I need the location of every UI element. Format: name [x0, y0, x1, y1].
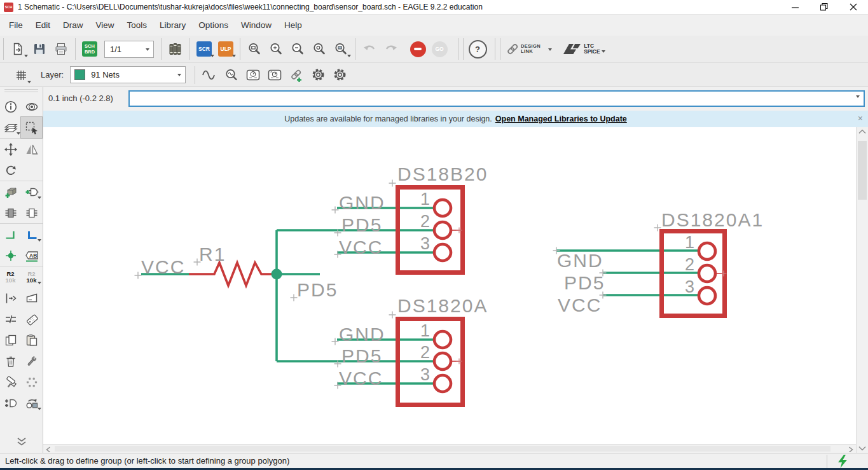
- voltmeter-button[interactable]: [242, 64, 264, 86]
- component-ds1820a[interactable]: DS1820A 1 2 3: [397, 295, 488, 405]
- command-input[interactable]: [130, 92, 856, 106]
- layer-selector[interactable]: 91 Nets: [70, 66, 186, 83]
- design-link-button[interactable]: DESIGN LINK: [504, 38, 555, 60]
- print-button[interactable]: [50, 38, 72, 60]
- component-name[interactable]: DS1820A: [397, 295, 488, 316]
- zoom-fit-button[interactable]: [244, 38, 265, 60]
- errors-tool[interactable]: [0, 392, 21, 413]
- settings-gear-button[interactable]: [307, 64, 329, 86]
- close-button[interactable]: [839, 0, 868, 14]
- invoke-tool[interactable]: [0, 287, 21, 308]
- ds1820a-net-labels[interactable]: GND PD5 VCC: [339, 324, 385, 389]
- bus-tool[interactable]: [21, 224, 42, 245]
- ds18b20-net-labels[interactable]: GND PD5 VCC: [339, 192, 385, 258]
- undo-button[interactable]: [359, 38, 380, 60]
- new-document-button[interactable]: [7, 38, 29, 60]
- minimize-button[interactable]: [780, 0, 809, 14]
- menu-help[interactable]: Help: [278, 20, 308, 30]
- scroll-up-icon[interactable]: [858, 129, 866, 134]
- menu-tools[interactable]: Tools: [121, 20, 154, 30]
- add-gate-icon: [25, 185, 39, 199]
- schematic-canvas[interactable]: DS18B20 1 2 3 GND PD5 VCC DS: [43, 127, 856, 444]
- ratsnest-icon: [25, 375, 39, 389]
- menu-edit[interactable]: Edit: [29, 20, 57, 30]
- pinswap-tool[interactable]: [0, 202, 21, 223]
- stop-button[interactable]: [407, 38, 429, 60]
- menu-draw[interactable]: Draw: [57, 20, 90, 30]
- paint-tool[interactable]: [0, 371, 21, 392]
- zoom-out-button[interactable]: [287, 38, 308, 60]
- component-name[interactable]: DS18B20: [397, 163, 488, 184]
- vertical-scroll-thumb[interactable]: [858, 141, 867, 200]
- copy-tool[interactable]: [0, 329, 21, 350]
- polygon-tool[interactable]: [21, 287, 42, 308]
- zoom-in-button[interactable]: [265, 38, 287, 60]
- banner-close-icon[interactable]: ×: [858, 113, 863, 123]
- go-button[interactable]: GO: [429, 38, 450, 60]
- scroll-right-icon[interactable]: [848, 446, 853, 452]
- run-script-button[interactable]: SCR: [193, 38, 215, 60]
- ratsnest-tool[interactable]: [21, 371, 42, 392]
- zoom-redraw-button[interactable]: [308, 38, 330, 60]
- sheet-selector[interactable]: 1/1: [104, 41, 154, 58]
- gateswap-tool[interactable]: [21, 202, 42, 223]
- value-tool[interactable]: R210k: [21, 266, 42, 287]
- attribute-tool[interactable]: [21, 308, 42, 329]
- junction-tool[interactable]: [0, 245, 21, 266]
- menu-library[interactable]: Library: [153, 20, 192, 30]
- split-tool[interactable]: [0, 308, 21, 329]
- component-name[interactable]: DS1820A1: [661, 209, 764, 230]
- grid-button[interactable]: [10, 64, 32, 86]
- rotate-tool[interactable]: [0, 160, 21, 181]
- name-tool[interactable]: R210k: [0, 266, 21, 287]
- add-part-tool[interactable]: [0, 181, 21, 202]
- scroll-left-icon[interactable]: [46, 446, 51, 452]
- component-ds18b20[interactable]: DS18B20 1 2 3: [397, 163, 488, 273]
- resistor-r1[interactable]: [189, 263, 275, 286]
- wavemeter-button[interactable]: [264, 64, 286, 86]
- show-tool[interactable]: [21, 96, 42, 117]
- ds1820a1-net-labels[interactable]: GND PD5 VCC: [557, 250, 605, 315]
- paste-tool[interactable]: [21, 329, 42, 350]
- delete-tool[interactable]: [0, 350, 21, 371]
- help-button[interactable]: ?: [467, 38, 488, 60]
- zoom-select-button[interactable]: [330, 38, 352, 60]
- menu-file[interactable]: File: [3, 20, 29, 30]
- simulate-button[interactable]: [199, 64, 221, 86]
- probe-button[interactable]: [221, 64, 242, 86]
- add-link-button[interactable]: [286, 64, 307, 86]
- net-tool[interactable]: [0, 224, 21, 245]
- menu-view[interactable]: View: [90, 20, 121, 30]
- net-label-vcc[interactable]: VCC: [141, 256, 185, 277]
- display-layers-tool[interactable]: [0, 117, 21, 138]
- empty-cell: [21, 160, 42, 181]
- spice-settings-button[interactable]: [329, 64, 350, 86]
- add-gate-tool[interactable]: [21, 181, 42, 202]
- save-button[interactable]: [29, 38, 50, 60]
- horizontal-scrollbar[interactable]: [43, 444, 856, 453]
- net-label-pd5[interactable]: PD5: [297, 279, 338, 300]
- group-select-tool[interactable]: [21, 117, 42, 138]
- info-tool[interactable]: [0, 96, 21, 117]
- menu-options[interactable]: Options: [192, 20, 235, 30]
- vertical-scrollbar[interactable]: [856, 127, 868, 453]
- convert-tool[interactable]: [21, 392, 42, 413]
- ltc-spice-button[interactable]: LTC SPICE: [558, 38, 609, 60]
- component-ds1820a1[interactable]: DS1820A1 1 2 3: [661, 209, 764, 316]
- move-tool[interactable]: [0, 139, 21, 160]
- menu-window[interactable]: Window: [235, 20, 278, 30]
- scroll-down-icon[interactable]: [858, 446, 866, 451]
- change-tool[interactable]: [21, 350, 42, 371]
- resistor-name-label[interactable]: R1: [199, 244, 226, 265]
- run-ulp-button[interactable]: ULP: [215, 38, 237, 60]
- open-board-button[interactable]: SCHBRD: [79, 38, 100, 60]
- label-tool[interactable]: AB: [21, 245, 42, 266]
- horizontal-scroll-thumb[interactable]: [55, 446, 830, 452]
- library-button[interactable]: [165, 38, 186, 60]
- restore-button[interactable]: [809, 0, 839, 14]
- palette-expand-button[interactable]: [0, 437, 43, 446]
- junction-dot[interactable]: [272, 269, 282, 280]
- mirror-tool[interactable]: [21, 139, 42, 160]
- redo-button[interactable]: [380, 38, 402, 60]
- open-managed-libraries-link[interactable]: Open Managed Libraries to Update: [495, 114, 627, 123]
